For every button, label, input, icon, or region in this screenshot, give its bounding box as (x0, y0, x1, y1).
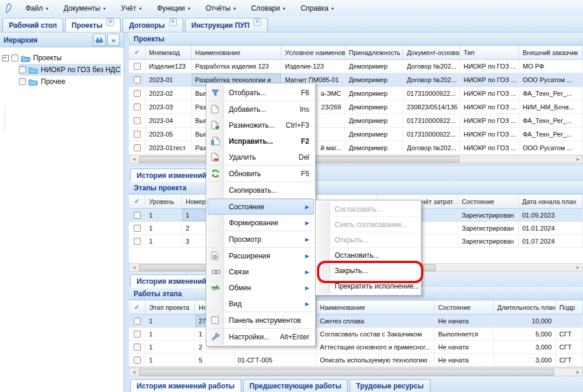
menu-item-exchange[interactable]: Обмен▶ (208, 280, 314, 296)
column-header[interactable]: Мнемокод (145, 46, 192, 59)
menu-item-copy[interactable]: Скопировать... (208, 182, 314, 198)
check-column-header[interactable]: ✓ (129, 46, 145, 59)
column-header-sorted[interactable]: Длительность план▼ (494, 300, 556, 314)
submenu-item-close[interactable]: Закрыть... (317, 263, 420, 278)
row-checkbox[interactable] (129, 209, 145, 221)
tab-desktop[interactable]: Рабочий стол (2, 18, 63, 32)
node-checkbox[interactable] (11, 54, 18, 61)
projects-grid: Изделие123Разработка изделия 123Изделие-… (129, 60, 583, 155)
column-header[interactable]: Документ-основан (403, 46, 460, 59)
column-header[interactable]: Состояние (458, 195, 519, 208)
row-checkbox[interactable] (129, 341, 145, 353)
column-header[interactable]: Условное наименова (281, 46, 345, 59)
collapse-panel-button[interactable]: « (107, 34, 120, 46)
collapse-node-icon[interactable] (2, 55, 9, 61)
menu-item-view-record[interactable]: Просмотр▶ (208, 231, 314, 247)
menu-item-delete[interactable]: УдалитьDel (208, 149, 314, 165)
scroll-right-icon[interactable]: ► (574, 264, 582, 271)
table-row[interactable]: 2023-01тестРазрй маг...ДемопримерДоговор… (129, 141, 583, 155)
column-header[interactable]: Этап проекта (145, 300, 195, 314)
close-icon[interactable]: ✕ (169, 18, 177, 26)
row-checkbox[interactable] (129, 114, 145, 127)
tab-instructions[interactable]: Инструкции ПУП✕ (185, 18, 268, 32)
close-icon[interactable]: ✕ (254, 18, 261, 26)
row-checkbox[interactable] (129, 141, 145, 154)
table-row[interactable]: Изделие123Разработка изделия 123Изделие-… (129, 60, 583, 73)
column-header[interactable]: Наименование (192, 46, 281, 59)
table-row[interactable]: 1501-СГТ-005Описать используемую техноло… (129, 354, 583, 367)
menu-item-settings[interactable]: Настройки...Alt+Enter (208, 329, 314, 345)
row-checkbox[interactable] (129, 73, 145, 86)
tab-labor-resources[interactable]: Трудовые ресурсы (349, 379, 430, 392)
check-column-header[interactable]: ✓ (129, 300, 145, 314)
row-checkbox[interactable] (129, 354, 145, 366)
column-header[interactable]: Наименование (316, 300, 435, 314)
table-row[interactable]: 2023-04ВыпДемопример017310000922...НИОКР… (129, 114, 583, 128)
submenu-arrow-icon: ▶ (305, 253, 309, 259)
scroll-left-icon[interactable]: ◄ (129, 368, 138, 375)
row-checkbox[interactable] (129, 235, 145, 247)
column-header[interactable]: Тип (460, 46, 519, 59)
menu-accounting[interactable]: Учёт▾ (113, 0, 149, 17)
menu-item-links[interactable]: Связи▶ (208, 264, 314, 280)
tree-node-other[interactable]: Прочее (0, 76, 124, 88)
menu-item-filter[interactable]: Отобрать...F6 (208, 85, 314, 101)
menu-item-extensions[interactable]: Расширения▶ (208, 248, 314, 264)
menu-item-duplicate[interactable]: Размножить...Ctrl+F3 (208, 117, 314, 133)
projects-hscrollbar[interactable]: ◄ ► (129, 155, 583, 163)
check-column-header[interactable]: ✓ (129, 195, 145, 208)
node-checkbox[interactable] (19, 66, 26, 73)
column-header[interactable]: Состояние (435, 300, 494, 314)
row-checkbox[interactable] (129, 222, 145, 234)
table-row[interactable]: 2023-03Разр23/269Демопример230823/0514/1… (129, 101, 583, 114)
table-row[interactable]: 2023-02Выпа-ЭМСДемопример017310000922...… (129, 87, 583, 101)
menu-reports[interactable]: Отчёты▾ (198, 0, 244, 17)
row-checkbox[interactable] (129, 101, 145, 114)
table-row[interactable]: 11Согласовать состав с ЗаказчикомВыполня… (129, 328, 583, 341)
tab-contracts[interactable]: Договоры✕ (122, 18, 183, 32)
column-header[interactable]: Уровень (145, 195, 182, 208)
scroll-thumb[interactable] (139, 369, 554, 376)
menu-documents[interactable]: Документы▾ (56, 0, 114, 17)
table-row[interactable]: 12Аттестация основного и примесног...Не … (129, 341, 583, 354)
tree-node-projects[interactable]: Проекты (0, 52, 124, 64)
tab-work-history[interactable]: История изменений работы (130, 379, 241, 392)
menu-item-state[interactable]: Состояние▶ (208, 199, 314, 215)
chevron-down-icon: ▾ (103, 6, 105, 11)
row-checkbox[interactable] (129, 328, 145, 340)
menu-item-forming[interactable]: Формирование▶ (208, 215, 314, 231)
scroll-left-icon[interactable]: ◄ (129, 155, 138, 163)
scroll-right-icon[interactable]: ► (574, 155, 582, 163)
table-row-selected[interactable]: 2023-01Разработка технологии иМагнит ПМ0… (129, 73, 583, 87)
column-header[interactable]: Подр (556, 300, 583, 314)
row-checkbox[interactable] (129, 315, 145, 327)
works-hscrollbar[interactable]: ◄ ► (129, 368, 583, 376)
scroll-right-icon[interactable]: ► (574, 368, 582, 375)
menu-item-toolbar-toggle[interactable]: Панель инструментов (208, 312, 314, 328)
menu-help[interactable]: Справка▾ (293, 0, 341, 17)
tree-node-niokr[interactable]: НИОКР по ГОЗ без НДС (0, 64, 124, 76)
submenu-item-stop[interactable]: Остановить... (317, 248, 420, 263)
menu-item-edit[interactable]: Исправить...F2 (208, 133, 314, 149)
menu-item-add[interactable]: Добавить...Ins (208, 101, 314, 117)
tab-projects[interactable]: Проекты✕ (65, 18, 121, 32)
column-header[interactable]: Принадлежность (345, 46, 403, 59)
menu-item-view[interactable]: Вид▶ (208, 296, 314, 312)
column-header[interactable]: Внешний заказчик (519, 46, 583, 59)
row-checkbox[interactable] (129, 87, 145, 100)
row-checkbox[interactable] (129, 60, 145, 73)
search-button[interactable] (93, 34, 106, 46)
menu-item-refresh[interactable]: ОбновитьF5 (208, 166, 314, 182)
menu-functions[interactable]: Функции▾ (149, 0, 197, 17)
table-row-selected[interactable]: 127Синтез сплаваНе начата10,000 (129, 315, 583, 328)
scroll-left-icon[interactable]: ◄ (129, 264, 138, 271)
submenu-item-terminate[interactable]: Прекратить исполнение... (317, 278, 420, 294)
node-checkbox[interactable] (19, 78, 26, 85)
menu-file[interactable]: Файл▾ (18, 0, 56, 17)
table-row[interactable]: 2023-05ВыпДемопример017310000922...НИОКР… (129, 128, 583, 141)
tab-preceding-works[interactable]: Предшествующие работы (243, 379, 348, 392)
row-checkbox[interactable] (129, 128, 145, 141)
menu-dictionaries[interactable]: Словари▾ (244, 0, 293, 17)
close-icon[interactable]: ✕ (106, 18, 114, 26)
column-header[interactable]: Дата начала план (519, 195, 583, 208)
